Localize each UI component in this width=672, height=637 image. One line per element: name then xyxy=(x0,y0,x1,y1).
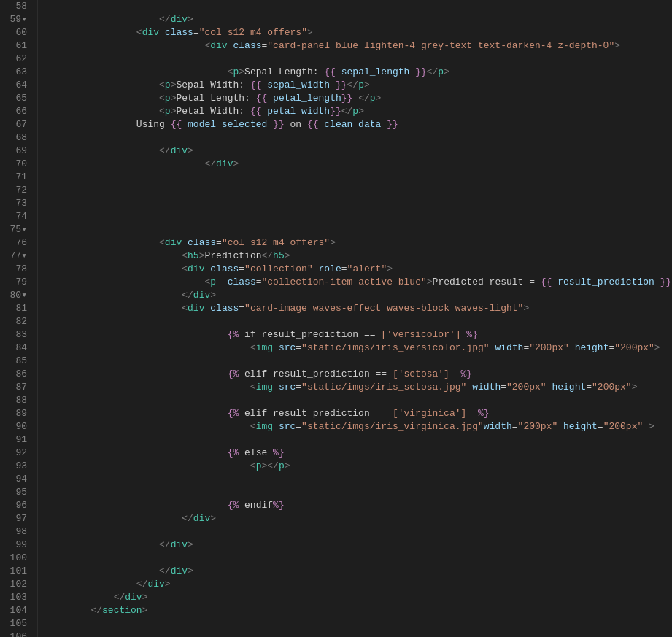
line-num-63: 63 xyxy=(0,66,31,79)
line-num-101: 101 xyxy=(0,565,31,578)
line-num-78: 78 xyxy=(0,263,31,276)
code-line-68: </div> xyxy=(45,131,672,144)
line-num-90: 90 xyxy=(0,420,31,433)
line-num-71: 71 xyxy=(0,171,31,184)
line-num-106: 106 xyxy=(0,630,31,637)
code-line-71 xyxy=(45,171,672,184)
line-num-82: 82 xyxy=(0,315,31,328)
line-num-98: 98 xyxy=(0,525,31,538)
line-num-95: 95 xyxy=(0,486,31,499)
line-num-64: 64 xyxy=(0,79,31,92)
line-num-74: 74 xyxy=(0,210,31,223)
line-num-58: 58 xyxy=(0,0,31,13)
editor-wrapper: 58 59▾ 60 61 62 63 64 65 66 67 68 69 70 … xyxy=(0,0,672,637)
line-num-73: 73 xyxy=(0,197,31,210)
code-line-105 xyxy=(45,617,672,630)
line-num-67: 67 xyxy=(0,118,31,131)
code-line-98: </div> xyxy=(45,525,672,538)
line-num-77: 77▾ xyxy=(0,250,31,263)
line-num-69: 69 xyxy=(0,144,31,158)
line-num-94: 94 xyxy=(0,473,31,486)
line-num-80: 80▾ xyxy=(0,289,31,302)
line-num-86: 86 xyxy=(0,368,31,381)
line-num-89: 89 xyxy=(0,407,31,420)
code-line-91: {% else %} xyxy=(45,433,672,447)
line-num-81: 81 xyxy=(0,302,31,315)
line-num-100: 100 xyxy=(0,552,31,565)
line-num-60: 60 xyxy=(0,26,31,39)
code-line-74 xyxy=(45,210,672,223)
line-num-59: 59▾ xyxy=(0,13,31,26)
line-num-103: 103 xyxy=(0,591,31,604)
code-line-94 xyxy=(45,473,672,486)
line-num-65: 65 xyxy=(0,92,31,105)
line-numbers: 58 59▾ 60 61 62 63 64 65 66 67 68 69 70 … xyxy=(0,0,38,637)
line-num-61: 61 xyxy=(0,39,31,53)
line-num-91: 91 xyxy=(0,433,31,447)
code-line-75: <div class="col s12 m4 offers"> xyxy=(45,223,672,236)
code-line-73 xyxy=(45,197,672,210)
line-num-85: 85 xyxy=(0,355,31,368)
line-num-96: 96 xyxy=(0,499,31,512)
line-num-83: 83 xyxy=(0,328,31,341)
editor-container: 58 59▾ 60 61 62 63 64 65 66 67 68 69 70 … xyxy=(0,0,672,637)
line-num-62: 62 xyxy=(0,53,31,66)
line-num-76: 76 xyxy=(0,236,31,250)
line-num-87: 87 xyxy=(0,381,31,394)
line-num-70: 70 xyxy=(0,158,31,171)
line-num-84: 84 xyxy=(0,341,31,355)
line-num-97: 97 xyxy=(0,512,31,525)
line-num-105: 105 xyxy=(0,617,31,630)
line-num-88: 88 xyxy=(0,394,31,407)
code-line-58: </div> xyxy=(45,0,672,13)
code-line-82: {% if result_prediction == ['versicolor'… xyxy=(45,315,672,328)
line-num-99: 99 xyxy=(0,538,31,552)
code-line-85: {% elif result_prediction == ['setosa'] … xyxy=(45,355,672,368)
line-num-93: 93 xyxy=(0,460,31,473)
code-line-100: </div> xyxy=(45,552,672,565)
code-area[interactable]: </div> <div class="col s12 m4 offers"> <… xyxy=(38,0,672,637)
code-line-106 xyxy=(45,630,672,637)
line-num-102: 102 xyxy=(0,578,31,591)
code-line-72 xyxy=(45,184,672,197)
line-num-72: 72 xyxy=(0,184,31,197)
line-num-68: 68 xyxy=(0,131,31,144)
code-line-95: {% endif%} xyxy=(45,486,672,499)
line-num-79: 79 xyxy=(0,276,31,289)
code-line-62: <p>Sepal Length: {{ sepal_length }}</p> xyxy=(45,53,672,66)
line-num-92: 92 xyxy=(0,447,31,460)
code-line-88: {% elif result_prediction == ['virginica… xyxy=(45,394,672,407)
line-num-75: 75▾ xyxy=(0,223,31,236)
line-num-66: 66 xyxy=(0,105,31,118)
line-num-104: 104 xyxy=(0,604,31,617)
